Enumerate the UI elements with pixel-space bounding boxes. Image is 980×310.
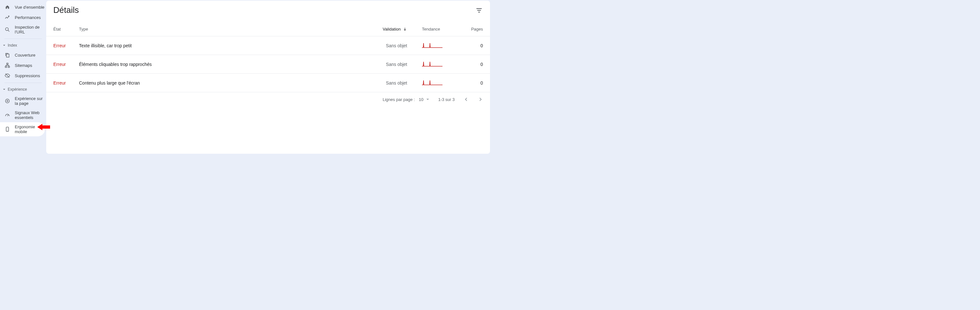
chevron-down-icon bbox=[3, 44, 6, 47]
sidebar-section-index[interactable]: Index bbox=[0, 41, 45, 50]
column-header-etat[interactable]: État bbox=[53, 27, 79, 32]
sidebar-item-removals[interactable]: Suppressions bbox=[0, 70, 45, 81]
column-header-validation-label: Validation bbox=[383, 27, 401, 32]
chevron-left-icon bbox=[464, 97, 469, 102]
pagination-nav bbox=[464, 97, 483, 102]
sidebar-item-coverage[interactable]: Couverture bbox=[0, 50, 45, 60]
divider bbox=[5, 38, 42, 39]
page-title: Détails bbox=[53, 5, 79, 15]
column-header-validation[interactable]: Validation bbox=[369, 27, 407, 32]
phone-icon bbox=[5, 126, 10, 132]
sidebar-item-mobile-usability[interactable]: Ergonomie mobile bbox=[0, 122, 45, 136]
main-panel: Détails État Type Validation Tendance Pa… bbox=[46, 1, 490, 154]
svg-rect-10 bbox=[478, 11, 480, 12]
chevron-down-icon bbox=[3, 88, 6, 91]
row-type: Éléments cliquables trop rapprochés bbox=[79, 62, 369, 67]
row-pages: 0 bbox=[460, 43, 483, 48]
sidebar-item-label: Signaux Web essentiels bbox=[15, 110, 45, 120]
sparkline-icon bbox=[422, 61, 442, 67]
sparkline-icon bbox=[422, 42, 442, 48]
svg-rect-1 bbox=[6, 54, 9, 57]
sidebar-item-label: Couverture bbox=[15, 53, 35, 58]
sidebar-item-performance[interactable]: Performances bbox=[0, 12, 45, 22]
column-header-tendance[interactable]: Tendance bbox=[422, 27, 460, 32]
dropdown-icon bbox=[426, 98, 429, 101]
filter-icon bbox=[476, 7, 483, 14]
home-icon bbox=[5, 4, 10, 10]
row-type: Texte illisible, car trop petit bbox=[79, 43, 369, 48]
row-trend bbox=[422, 61, 460, 67]
sidebar-section-experience[interactable]: Expérience bbox=[0, 85, 45, 94]
sidebar-item-sitemaps[interactable]: Sitemaps bbox=[0, 60, 45, 70]
column-header-type[interactable]: Type bbox=[79, 27, 369, 32]
sidebar-item-core-web-vitals[interactable]: Signaux Web essentiels bbox=[0, 108, 45, 122]
column-header-pages[interactable]: Pages bbox=[460, 27, 483, 32]
rows-per-page: Lignes par page : 10 bbox=[383, 97, 429, 102]
sidebar-item-label: Ergonomie mobile bbox=[15, 125, 45, 134]
svg-rect-2 bbox=[7, 63, 8, 64]
rows-per-page-select[interactable]: 10 bbox=[419, 97, 429, 102]
row-etat: Erreur bbox=[53, 43, 79, 48]
table-footer: Lignes par page : 10 1-3 sur 3 bbox=[46, 92, 490, 106]
sidebar: Vue d'ensemble Performances Inspection d… bbox=[0, 0, 45, 155]
row-pages: 0 bbox=[460, 80, 483, 86]
row-validation: Sans objet bbox=[369, 62, 407, 67]
row-trend bbox=[422, 80, 460, 86]
next-page-button[interactable] bbox=[478, 97, 483, 102]
sidebar-item-url-inspection[interactable]: Inspection de l'URL bbox=[0, 22, 45, 37]
sidebar-section-label: Index bbox=[8, 43, 17, 48]
table-header: État Type Validation Tendance Pages bbox=[46, 21, 490, 36]
sidebar-item-label: Vue d'ensemble bbox=[15, 5, 44, 10]
sidebar-item-label: Sitemaps bbox=[15, 63, 32, 68]
row-validation: Sans objet bbox=[369, 43, 407, 48]
table-row[interactable]: Erreur Éléments cliquables trop rapproch… bbox=[46, 55, 490, 74]
row-etat: Erreur bbox=[53, 62, 79, 67]
details-header: Détails bbox=[46, 1, 490, 21]
row-pages: 0 bbox=[460, 62, 483, 67]
chevron-right-icon bbox=[478, 97, 483, 102]
svg-rect-3 bbox=[5, 66, 7, 67]
sidebar-item-label: Inspection de l'URL bbox=[15, 25, 45, 34]
sidebar-item-label: Suppressions bbox=[15, 74, 40, 78]
table-row[interactable]: Erreur Texte illisible, car trop petit S… bbox=[46, 36, 490, 55]
trend-icon bbox=[5, 14, 10, 20]
table-row[interactable]: Erreur Contenu plus large que l'écran Sa… bbox=[46, 74, 490, 92]
hide-icon bbox=[5, 73, 10, 78]
svg-point-0 bbox=[5, 28, 8, 30]
pagination-range: 1-3 sur 3 bbox=[438, 97, 455, 102]
sidebar-item-overview[interactable]: Vue d'ensemble bbox=[0, 2, 45, 12]
sitemap-icon bbox=[5, 62, 10, 68]
search-icon bbox=[5, 27, 10, 32]
sidebar-item-page-experience[interactable]: Expérience sur la page bbox=[0, 94, 45, 108]
row-etat: Erreur bbox=[53, 80, 79, 86]
sidebar-section-label: Expérience bbox=[8, 87, 27, 92]
rows-per-page-value: 10 bbox=[419, 97, 423, 102]
filter-button[interactable] bbox=[475, 6, 483, 14]
prev-page-button[interactable] bbox=[464, 97, 469, 102]
sidebar-item-label: Performances bbox=[15, 15, 41, 20]
speed-icon bbox=[5, 112, 10, 118]
sparkline-icon bbox=[422, 80, 442, 85]
row-trend bbox=[422, 42, 460, 49]
sidebar-item-label: Expérience sur la page bbox=[15, 96, 45, 106]
arrow-down-icon bbox=[402, 27, 407, 32]
svg-rect-8 bbox=[477, 8, 482, 9]
divider bbox=[5, 83, 42, 83]
svg-rect-4 bbox=[8, 66, 10, 67]
svg-rect-9 bbox=[477, 10, 481, 11]
rows-per-page-label: Lignes par page : bbox=[383, 97, 415, 102]
copy-icon bbox=[5, 52, 10, 58]
plus-circle-icon bbox=[5, 98, 10, 104]
row-validation: Sans objet bbox=[369, 80, 407, 86]
row-type: Contenu plus large que l'écran bbox=[79, 80, 369, 86]
